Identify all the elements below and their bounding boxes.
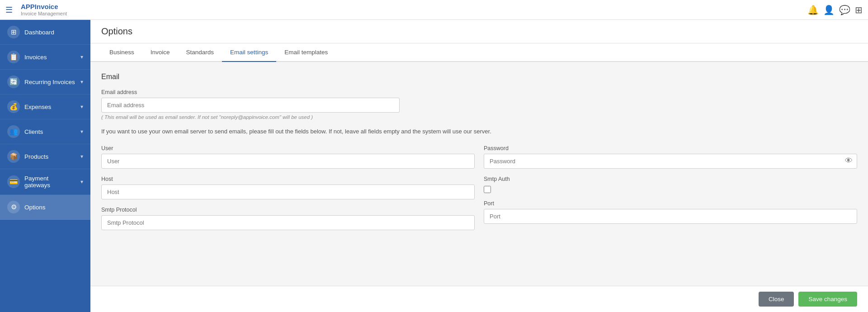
smtp-auth-label: Smtp Auth (484, 176, 857, 182)
eye-icon[interactable]: 👁 (845, 156, 853, 165)
brand: ☰ APPInvoice Invoice Management (5, 3, 67, 16)
chat-icon[interactable]: 💬 (839, 5, 850, 15)
sidebar-item-expenses[interactable]: 💰 Expenses ▾ (0, 95, 90, 119)
host-input[interactable] (101, 184, 475, 199)
layout: ⊞ Dashboard 📋 Invoices ▾ 🔄 Recurring Inv… (0, 20, 868, 312)
info-text: If you want to use your own email server… (101, 127, 857, 136)
sidebar-item-options[interactable]: ⚙ Options (0, 195, 90, 220)
password-label: Password (484, 145, 857, 151)
chevron-down-icon: ▾ (80, 79, 83, 85)
sidebar-item-products[interactable]: 📦 Products ▾ (0, 144, 90, 169)
invoices-icon: 📋 (7, 51, 20, 63)
sidebar-label-clients: Clients (24, 128, 43, 135)
topbar-actions: 🔔 👤 💬 ⊞ (807, 5, 863, 15)
password-input[interactable] (484, 154, 857, 169)
password-group: Password 👁 (484, 145, 857, 169)
user-group: User (101, 145, 475, 169)
recurring-icon: 🔄 (7, 76, 20, 88)
options-icon: ⚙ (7, 201, 20, 213)
port-label: Port (484, 200, 857, 207)
profile-icon[interactable]: 👤 (823, 5, 835, 15)
smtp-auth-group: Smtp Auth (484, 176, 857, 193)
email-hint: ( This email will be used as email sende… (101, 114, 857, 120)
chevron-down-icon: ▾ (80, 54, 83, 60)
sidebar-label-payment: Payment gateways (24, 175, 76, 189)
tab-standards[interactable]: Standards (178, 43, 222, 62)
sidebar: ⊞ Dashboard 📋 Invoices ▾ 🔄 Recurring Inv… (0, 20, 90, 312)
password-wrapper: 👁 (484, 154, 857, 169)
save-button[interactable]: Save changes (798, 292, 857, 307)
left-column: User Host Smtp Protocol (101, 145, 475, 237)
page-header: Options (90, 20, 868, 43)
sidebar-item-dashboard[interactable]: ⊞ Dashboard (0, 20, 90, 45)
server-settings-grid: User Host Smtp Protocol Password (101, 145, 857, 237)
chevron-down-icon: ▾ (80, 153, 83, 160)
close-button[interactable]: Close (759, 292, 794, 307)
host-group: Host (101, 176, 475, 199)
tab-email-settings[interactable]: Email settings (222, 43, 276, 62)
chevron-down-icon: ▾ (80, 104, 83, 110)
products-icon: 📦 (7, 150, 20, 163)
sidebar-label-dashboard: Dashboard (24, 29, 54, 36)
app-name: APPInvoice (21, 3, 67, 11)
clients-icon: 👥 (7, 125, 20, 138)
content-area: Email Email address ( This email will be… (90, 62, 868, 286)
email-section-title: Email (101, 73, 857, 81)
smtp-protocol-label: Smtp Protocol (101, 207, 475, 213)
footer-bar: Close Save changes (90, 286, 868, 312)
tab-invoice[interactable]: Invoice (142, 43, 178, 62)
port-group: Port (484, 200, 857, 224)
grid-icon[interactable]: ⊞ (855, 5, 863, 15)
right-column: Password 👁 Smtp Auth Port (484, 145, 857, 237)
email-address-label: Email address (101, 89, 857, 95)
sidebar-label-recurring: Recurring Invoices (24, 79, 75, 85)
hamburger-icon[interactable]: ☰ (5, 5, 13, 15)
notification-icon[interactable]: 🔔 (807, 5, 819, 15)
expenses-icon: 💰 (7, 100, 20, 113)
sidebar-item-invoices[interactable]: 📋 Invoices ▾ (0, 45, 90, 70)
page-title: Options (101, 26, 857, 37)
app-subtitle: Invoice Management (21, 11, 67, 16)
smtp-protocol-input[interactable] (101, 215, 475, 230)
sidebar-label-options: Options (24, 204, 46, 211)
sidebar-item-payment-gateways[interactable]: 💳 Payment gateways ▾ (0, 169, 90, 195)
topbar: ☰ APPInvoice Invoice Management 🔔 👤 💬 ⊞ (0, 0, 868, 20)
email-address-input[interactable] (101, 98, 400, 113)
sidebar-label-invoices: Invoices (24, 54, 47, 61)
sidebar-label-expenses: Expenses (24, 104, 51, 110)
chevron-down-icon: ▾ (80, 179, 83, 185)
host-label: Host (101, 176, 475, 182)
port-input[interactable] (484, 209, 857, 224)
tab-business[interactable]: Business (101, 43, 142, 62)
smtp-auth-checkbox-wrapper (484, 186, 857, 193)
smtp-protocol-group: Smtp Protocol (101, 207, 475, 230)
user-input[interactable] (101, 154, 475, 169)
dashboard-icon: ⊞ (7, 26, 20, 38)
payment-icon: 💳 (7, 175, 20, 188)
sidebar-item-clients[interactable]: 👥 Clients ▾ (0, 119, 90, 144)
smtp-auth-checkbox[interactable] (484, 186, 491, 193)
tabs-bar: Business Invoice Standards Email setting… (90, 43, 868, 62)
tab-email-templates[interactable]: Email templates (276, 43, 336, 62)
sidebar-label-products: Products (24, 153, 48, 160)
user-label: User (101, 145, 475, 151)
main-content: Options Business Invoice Standards Email… (90, 20, 868, 312)
chevron-down-icon: ▾ (80, 128, 83, 135)
email-address-group: Email address ( This email will be used … (101, 89, 857, 120)
sidebar-item-recurring-invoices[interactable]: 🔄 Recurring Invoices ▾ (0, 70, 90, 95)
